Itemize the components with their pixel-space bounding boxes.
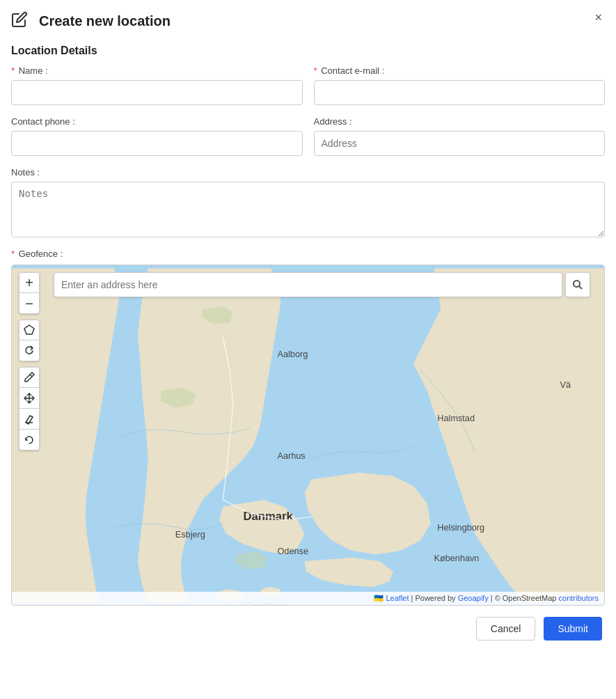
svg-text:Helsingborg: Helsingborg xyxy=(437,522,484,533)
redo-draw-button[interactable] xyxy=(19,340,40,361)
form-group-contact-email: * Contact e-mail : xyxy=(314,65,606,105)
contact-email-required-star: * xyxy=(314,65,317,76)
form-row-2: Contact phone : Address : xyxy=(11,116,605,156)
name-label: * Name : xyxy=(11,65,303,76)
svg-text:Aalborg: Aalborg xyxy=(277,349,308,359)
form-container: * Name : * Contact e-mail : Contact phon… xyxy=(0,65,616,237)
map-svg: Aalborg Aarhus Esbjerg Odense Danmark Fl… xyxy=(12,265,604,605)
map-search-input[interactable] xyxy=(54,272,562,297)
zoom-in-button[interactable]: + xyxy=(19,272,40,293)
svg-text:Danmark: Danmark xyxy=(244,510,294,523)
contact-email-input[interactable] xyxy=(314,80,606,105)
svg-text:Halmstad: Halmstad xyxy=(437,413,475,423)
svg-text:Esbjerg: Esbjerg xyxy=(175,529,205,540)
geofence-required-star: * xyxy=(11,249,15,259)
map-controls: + − xyxy=(19,272,40,456)
section-title-location-details: Location Details xyxy=(0,39,616,65)
svg-text:Vä: Vä xyxy=(560,379,571,390)
zoom-out-button[interactable]: − xyxy=(19,293,40,314)
svg-text:København: København xyxy=(434,553,479,563)
map-background: Aalborg Aarhus Esbjerg Odense Danmark Fl… xyxy=(12,265,604,605)
svg-line-18 xyxy=(579,286,582,289)
svg-point-17 xyxy=(574,281,580,287)
geoapify-link[interactable]: Geoapify xyxy=(458,594,489,602)
form-group-notes: Notes : xyxy=(11,167,605,237)
svg-text:Aarhus: Aarhus xyxy=(277,450,305,461)
form-group-contact-phone: Contact phone : xyxy=(11,116,303,156)
contact-email-label: * Contact e-mail : xyxy=(314,65,606,76)
map-search-bar xyxy=(54,272,590,297)
modal-footer: Cancel Submit xyxy=(0,606,616,652)
contact-phone-input[interactable] xyxy=(11,131,303,156)
move-button[interactable] xyxy=(19,388,40,409)
geofence-section: * Geofence : xyxy=(0,249,616,606)
form-row-1: * Name : * Contact e-mail : xyxy=(11,65,605,105)
name-required-star: * xyxy=(11,65,15,76)
modal-title: Create new location xyxy=(39,13,171,29)
edit-tools xyxy=(19,367,40,450)
contributors-link[interactable]: contributors xyxy=(559,594,599,602)
map-footer: 🇺🇦 Leaflet | Powered by Geoapify | © Ope… xyxy=(12,592,604,605)
cancel-button[interactable]: Cancel xyxy=(476,617,536,641)
erase-button[interactable] xyxy=(19,409,40,430)
zoom-controls: + − xyxy=(19,272,40,314)
submit-button[interactable]: Submit xyxy=(544,617,602,641)
edit-icon xyxy=(11,11,31,31)
name-input[interactable] xyxy=(11,80,303,105)
edit-button[interactable] xyxy=(19,367,40,388)
form-group-name: * Name : xyxy=(11,65,303,105)
contact-phone-label: Contact phone : xyxy=(11,116,303,127)
search-icon xyxy=(572,279,583,290)
notes-textarea[interactable] xyxy=(11,182,605,237)
reset-button[interactable] xyxy=(19,430,40,450)
address-input[interactable] xyxy=(314,131,606,156)
modal-header: Create new location × xyxy=(0,0,616,39)
close-button[interactable]: × xyxy=(594,11,602,24)
address-label: Address : xyxy=(314,116,606,127)
form-group-address: Address : xyxy=(314,116,606,156)
draw-polygon-button[interactable] xyxy=(19,320,40,340)
geofence-label: * Geofence : xyxy=(11,249,605,259)
draw-tools xyxy=(19,320,40,361)
leaflet-link[interactable]: Leaflet xyxy=(386,594,409,602)
svg-marker-13 xyxy=(24,325,34,334)
map-search-button[interactable] xyxy=(565,272,590,297)
notes-label: Notes : xyxy=(11,167,605,178)
map-container: Aalborg Aarhus Esbjerg Odense Danmark Fl… xyxy=(11,265,605,606)
svg-text:Odense: Odense xyxy=(277,546,308,556)
